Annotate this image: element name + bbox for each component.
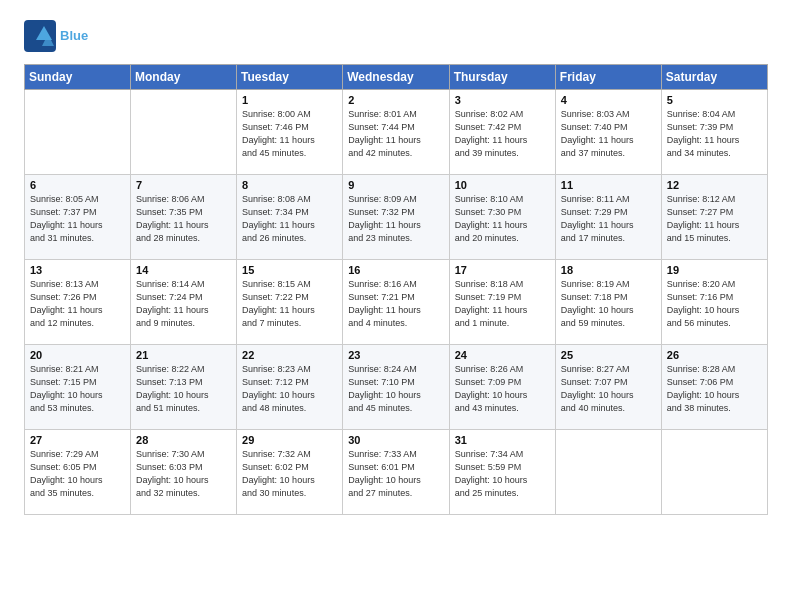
day-info: Sunrise: 7:33 AM Sunset: 6:01 PM Dayligh… xyxy=(348,448,443,500)
day-number: 2 xyxy=(348,94,443,106)
day-cell-24: 24Sunrise: 8:26 AM Sunset: 7:09 PM Dayli… xyxy=(449,345,555,430)
day-cell-26: 26Sunrise: 8:28 AM Sunset: 7:06 PM Dayli… xyxy=(661,345,767,430)
day-number: 28 xyxy=(136,434,231,446)
week-row-4: 27Sunrise: 7:29 AM Sunset: 6:05 PM Dayli… xyxy=(25,430,768,515)
day-cell-28: 28Sunrise: 7:30 AM Sunset: 6:03 PM Dayli… xyxy=(131,430,237,515)
day-info: Sunrise: 8:13 AM Sunset: 7:26 PM Dayligh… xyxy=(30,278,125,330)
day-info: Sunrise: 8:00 AM Sunset: 7:46 PM Dayligh… xyxy=(242,108,337,160)
day-cell-21: 21Sunrise: 8:22 AM Sunset: 7:13 PM Dayli… xyxy=(131,345,237,430)
day-cell-22: 22Sunrise: 8:23 AM Sunset: 7:12 PM Dayli… xyxy=(237,345,343,430)
day-info: Sunrise: 8:03 AM Sunset: 7:40 PM Dayligh… xyxy=(561,108,656,160)
day-info: Sunrise: 8:11 AM Sunset: 7:29 PM Dayligh… xyxy=(561,193,656,245)
day-cell-16: 16Sunrise: 8:16 AM Sunset: 7:21 PM Dayli… xyxy=(343,260,449,345)
day-cell-30: 30Sunrise: 7:33 AM Sunset: 6:01 PM Dayli… xyxy=(343,430,449,515)
day-cell-3: 3Sunrise: 8:02 AM Sunset: 7:42 PM Daylig… xyxy=(449,90,555,175)
day-cell-11: 11Sunrise: 8:11 AM Sunset: 7:29 PM Dayli… xyxy=(555,175,661,260)
logo-icon xyxy=(24,20,56,52)
day-number: 1 xyxy=(242,94,337,106)
day-cell-18: 18Sunrise: 8:19 AM Sunset: 7:18 PM Dayli… xyxy=(555,260,661,345)
weekday-header-row: SundayMondayTuesdayWednesdayThursdayFrid… xyxy=(25,65,768,90)
logo: Blue xyxy=(24,20,88,52)
day-number: 15 xyxy=(242,264,337,276)
day-number: 18 xyxy=(561,264,656,276)
calendar-table: SundayMondayTuesdayWednesdayThursdayFrid… xyxy=(24,64,768,515)
day-number: 9 xyxy=(348,179,443,191)
day-number: 12 xyxy=(667,179,762,191)
day-number: 31 xyxy=(455,434,550,446)
day-cell-2: 2Sunrise: 8:01 AM Sunset: 7:44 PM Daylig… xyxy=(343,90,449,175)
weekday-header-friday: Friday xyxy=(555,65,661,90)
day-info: Sunrise: 7:30 AM Sunset: 6:03 PM Dayligh… xyxy=(136,448,231,500)
day-info: Sunrise: 7:29 AM Sunset: 6:05 PM Dayligh… xyxy=(30,448,125,500)
day-info: Sunrise: 8:04 AM Sunset: 7:39 PM Dayligh… xyxy=(667,108,762,160)
week-row-1: 6Sunrise: 8:05 AM Sunset: 7:37 PM Daylig… xyxy=(25,175,768,260)
day-info: Sunrise: 8:16 AM Sunset: 7:21 PM Dayligh… xyxy=(348,278,443,330)
day-cell-20: 20Sunrise: 8:21 AM Sunset: 7:15 PM Dayli… xyxy=(25,345,131,430)
day-info: Sunrise: 8:06 AM Sunset: 7:35 PM Dayligh… xyxy=(136,193,231,245)
day-number: 16 xyxy=(348,264,443,276)
day-number: 26 xyxy=(667,349,762,361)
empty-cell xyxy=(25,90,131,175)
logo-sub: Blue xyxy=(60,28,88,43)
day-number: 23 xyxy=(348,349,443,361)
day-cell-1: 1Sunrise: 8:00 AM Sunset: 7:46 PM Daylig… xyxy=(237,90,343,175)
day-cell-12: 12Sunrise: 8:12 AM Sunset: 7:27 PM Dayli… xyxy=(661,175,767,260)
day-number: 7 xyxy=(136,179,231,191)
day-cell-23: 23Sunrise: 8:24 AM Sunset: 7:10 PM Dayli… xyxy=(343,345,449,430)
day-info: Sunrise: 8:22 AM Sunset: 7:13 PM Dayligh… xyxy=(136,363,231,415)
day-info: Sunrise: 8:05 AM Sunset: 7:37 PM Dayligh… xyxy=(30,193,125,245)
day-cell-14: 14Sunrise: 8:14 AM Sunset: 7:24 PM Dayli… xyxy=(131,260,237,345)
day-cell-4: 4Sunrise: 8:03 AM Sunset: 7:40 PM Daylig… xyxy=(555,90,661,175)
header: Blue xyxy=(24,20,768,52)
day-cell-7: 7Sunrise: 8:06 AM Sunset: 7:35 PM Daylig… xyxy=(131,175,237,260)
day-info: Sunrise: 8:15 AM Sunset: 7:22 PM Dayligh… xyxy=(242,278,337,330)
day-info: Sunrise: 8:08 AM Sunset: 7:34 PM Dayligh… xyxy=(242,193,337,245)
day-number: 4 xyxy=(561,94,656,106)
day-number: 11 xyxy=(561,179,656,191)
day-cell-8: 8Sunrise: 8:08 AM Sunset: 7:34 PM Daylig… xyxy=(237,175,343,260)
day-number: 22 xyxy=(242,349,337,361)
day-number: 14 xyxy=(136,264,231,276)
day-cell-10: 10Sunrise: 8:10 AM Sunset: 7:30 PM Dayli… xyxy=(449,175,555,260)
day-info: Sunrise: 8:28 AM Sunset: 7:06 PM Dayligh… xyxy=(667,363,762,415)
weekday-header-sunday: Sunday xyxy=(25,65,131,90)
day-info: Sunrise: 8:21 AM Sunset: 7:15 PM Dayligh… xyxy=(30,363,125,415)
day-info: Sunrise: 8:20 AM Sunset: 7:16 PM Dayligh… xyxy=(667,278,762,330)
day-info: Sunrise: 7:32 AM Sunset: 6:02 PM Dayligh… xyxy=(242,448,337,500)
day-info: Sunrise: 7:34 AM Sunset: 5:59 PM Dayligh… xyxy=(455,448,550,500)
day-info: Sunrise: 8:10 AM Sunset: 7:30 PM Dayligh… xyxy=(455,193,550,245)
day-number: 27 xyxy=(30,434,125,446)
day-number: 17 xyxy=(455,264,550,276)
day-info: Sunrise: 8:09 AM Sunset: 7:32 PM Dayligh… xyxy=(348,193,443,245)
day-number: 20 xyxy=(30,349,125,361)
day-number: 25 xyxy=(561,349,656,361)
day-number: 3 xyxy=(455,94,550,106)
page: Blue SundayMondayTuesdayWednesdayThursda… xyxy=(0,0,792,612)
day-cell-27: 27Sunrise: 7:29 AM Sunset: 6:05 PM Dayli… xyxy=(25,430,131,515)
week-row-2: 13Sunrise: 8:13 AM Sunset: 7:26 PM Dayli… xyxy=(25,260,768,345)
week-row-3: 20Sunrise: 8:21 AM Sunset: 7:15 PM Dayli… xyxy=(25,345,768,430)
day-cell-6: 6Sunrise: 8:05 AM Sunset: 7:37 PM Daylig… xyxy=(25,175,131,260)
day-cell-29: 29Sunrise: 7:32 AM Sunset: 6:02 PM Dayli… xyxy=(237,430,343,515)
day-number: 8 xyxy=(242,179,337,191)
day-info: Sunrise: 8:12 AM Sunset: 7:27 PM Dayligh… xyxy=(667,193,762,245)
day-cell-13: 13Sunrise: 8:13 AM Sunset: 7:26 PM Dayli… xyxy=(25,260,131,345)
empty-cell xyxy=(661,430,767,515)
day-number: 29 xyxy=(242,434,337,446)
day-number: 13 xyxy=(30,264,125,276)
day-number: 30 xyxy=(348,434,443,446)
day-cell-5: 5Sunrise: 8:04 AM Sunset: 7:39 PM Daylig… xyxy=(661,90,767,175)
weekday-header-monday: Monday xyxy=(131,65,237,90)
weekday-header-saturday: Saturday xyxy=(661,65,767,90)
empty-cell xyxy=(555,430,661,515)
day-info: Sunrise: 8:02 AM Sunset: 7:42 PM Dayligh… xyxy=(455,108,550,160)
day-info: Sunrise: 8:23 AM Sunset: 7:12 PM Dayligh… xyxy=(242,363,337,415)
day-cell-31: 31Sunrise: 7:34 AM Sunset: 5:59 PM Dayli… xyxy=(449,430,555,515)
day-cell-25: 25Sunrise: 8:27 AM Sunset: 7:07 PM Dayli… xyxy=(555,345,661,430)
weekday-header-wednesday: Wednesday xyxy=(343,65,449,90)
day-cell-19: 19Sunrise: 8:20 AM Sunset: 7:16 PM Dayli… xyxy=(661,260,767,345)
day-info: Sunrise: 8:18 AM Sunset: 7:19 PM Dayligh… xyxy=(455,278,550,330)
day-cell-9: 9Sunrise: 8:09 AM Sunset: 7:32 PM Daylig… xyxy=(343,175,449,260)
weekday-header-thursday: Thursday xyxy=(449,65,555,90)
day-cell-17: 17Sunrise: 8:18 AM Sunset: 7:19 PM Dayli… xyxy=(449,260,555,345)
